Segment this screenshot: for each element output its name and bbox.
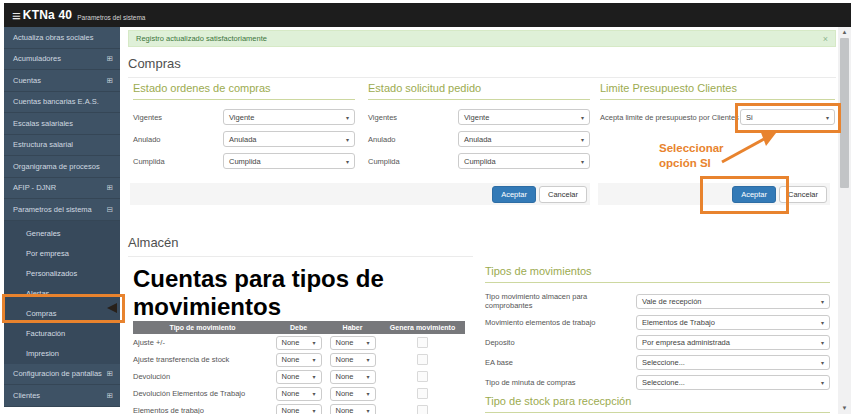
sidebar-item-label: Organigrama de procesos xyxy=(13,162,100,171)
select-value: Vigente xyxy=(229,113,254,122)
haber-select[interactable]: None▾ xyxy=(330,387,376,401)
chevron-down-icon: ▾ xyxy=(581,136,584,143)
cancelar-button[interactable]: Cancelar xyxy=(539,186,587,203)
sidebar-item-label: Estructura salarial xyxy=(13,140,73,149)
chevron-down-icon: ▾ xyxy=(312,339,315,346)
chevron-down-icon: ▾ xyxy=(821,359,824,366)
debe-select[interactable]: None▾ xyxy=(276,370,322,384)
movement-type-label: Ajuste +/- xyxy=(133,338,272,347)
scrollbar-thumb[interactable] xyxy=(840,38,849,188)
select-value: None xyxy=(336,338,354,347)
chevron-down-icon: ▾ xyxy=(366,356,369,363)
haber-select[interactable]: None▾ xyxy=(330,370,376,384)
table-row: Elementos de trabajo None▾ None▾ xyxy=(133,402,465,414)
chevron-down-icon: ▾ xyxy=(312,407,315,414)
chevron-down-icon: ▾ xyxy=(581,114,584,121)
field-label: Tipo movimiento almacen para comprobante… xyxy=(485,292,636,310)
expand-icon[interactable]: ⊞ xyxy=(107,76,113,85)
sidebar-item-clientes[interactable]: Clientes⊞ xyxy=(4,385,120,407)
chevron-down-icon: ▾ xyxy=(366,407,369,414)
expand-icon[interactable]: ⊞ xyxy=(107,369,113,378)
sidebar-item-label: Acumuladores xyxy=(13,54,61,63)
divider xyxy=(128,77,836,78)
expand-icon[interactable]: ⊞ xyxy=(107,391,113,400)
sidebar-item-facturacion[interactable]: Facturación xyxy=(4,324,120,344)
chevron-down-icon: ▾ xyxy=(312,373,315,380)
app-subtitle: Parametros del sistema xyxy=(77,14,145,21)
cumplida-select[interactable]: Cumplida▾ xyxy=(458,153,590,169)
ea-base-select[interactable]: Seleccione...▾ xyxy=(636,355,830,370)
table-row: Ajuste transferencia de stock None▾ None… xyxy=(133,351,465,368)
sidebar-item-generales[interactable]: Generales xyxy=(4,224,120,244)
aceptar-button[interactable]: Aceptar xyxy=(492,186,536,203)
expand-icon[interactable]: ⊞ xyxy=(107,183,113,192)
movement-type-label: Elementos de trabajo xyxy=(133,406,272,414)
debe-select[interactable]: None▾ xyxy=(276,404,322,414)
select-value: Elementos de Trabajo xyxy=(642,318,715,327)
hamburger-icon[interactable]: ≡ xyxy=(12,8,21,23)
field-label: Anulado xyxy=(368,135,458,144)
annotation-arrow xyxy=(712,124,784,170)
field-label: Tipo de minuta de compras xyxy=(485,378,636,387)
collapse-icon[interactable]: ⊟ xyxy=(107,205,113,214)
field-label: Deposito xyxy=(485,338,636,347)
genera-movimiento-checkbox[interactable] xyxy=(417,371,428,382)
deposito-select[interactable]: Por empresa administrada▾ xyxy=(636,335,830,350)
section-title: Cuentas para tipos de movimientos xyxy=(133,265,465,321)
haber-select[interactable]: None▾ xyxy=(330,353,376,367)
tipo-movimiento-comprobantes-select[interactable]: Vale de recepción▾ xyxy=(636,294,830,309)
select-value: None xyxy=(282,355,300,364)
sidebar-item-label: Cuentas xyxy=(13,76,41,85)
sidebar-item-cuentas[interactable]: Cuentas⊞ xyxy=(4,70,120,92)
sidebar-item-actualiza-obras-sociales[interactable]: Actualiza obras sociales xyxy=(4,27,120,49)
debe-select[interactable]: None▾ xyxy=(276,336,322,350)
sidebar-item-personalizados[interactable]: Personalizados xyxy=(4,264,120,284)
select-value: Anulada xyxy=(464,135,492,144)
sidebar-item-afip-djnr[interactable]: AFIP - DJNR⊞ xyxy=(4,178,120,200)
sidebar-item-impresion[interactable]: Impresion xyxy=(4,344,120,364)
expand-icon[interactable]: ⊞ xyxy=(107,54,113,63)
select-value: Anulada xyxy=(229,135,257,144)
anulado-select[interactable]: Anulada▾ xyxy=(458,131,590,147)
form-row: Tipo movimiento almacen para comprobante… xyxy=(485,292,830,310)
main-content: Registro actualizado satisfactoriamente … xyxy=(120,27,838,414)
sidebar-item-cuentas-bancarias[interactable]: Cuentas bancarias E.A.S. xyxy=(4,92,120,114)
genera-movimiento-checkbox[interactable] xyxy=(417,388,428,399)
haber-select[interactable]: None▾ xyxy=(330,336,376,350)
scroll-down-icon[interactable]: ▼ xyxy=(838,403,851,414)
vigentes-select[interactable]: Vigente▾ xyxy=(223,109,355,125)
chevron-down-icon: ▾ xyxy=(821,298,824,305)
scroll-up-icon[interactable]: ▲ xyxy=(838,27,851,38)
sidebar-item-configuracion-pantallas[interactable]: Configuracion de pantallas⊞ xyxy=(4,364,120,386)
debe-select[interactable]: None▾ xyxy=(276,387,322,401)
sidebar-item-escalas-salariales[interactable]: Escalas salariales xyxy=(4,113,120,135)
chevron-down-icon: ▾ xyxy=(581,158,584,165)
sidebar-item-por-empresa[interactable]: Por empresa xyxy=(4,244,120,264)
genera-movimiento-checkbox[interactable] xyxy=(417,337,428,348)
genera-movimiento-checkbox[interactable] xyxy=(417,405,428,414)
debe-select[interactable]: None▾ xyxy=(276,353,322,367)
select-value: None xyxy=(282,372,300,381)
haber-select[interactable]: None▾ xyxy=(330,404,376,414)
anulado-select[interactable]: Anulada▾ xyxy=(223,131,355,147)
close-icon[interactable]: × xyxy=(823,34,828,44)
movimiento-elementos-select[interactable]: Elementos de Trabajo▾ xyxy=(636,315,830,330)
success-alert: Registro actualizado satisfactoriamente … xyxy=(128,30,836,47)
chevron-down-icon: ▾ xyxy=(821,379,824,386)
select-value: Vigente xyxy=(464,113,489,122)
form-row: Anulado Anulada▾ xyxy=(133,131,355,147)
sidebar-item-organigrama[interactable]: Organigrama de procesos xyxy=(4,156,120,178)
tipo-minuta-select[interactable]: Seleccione...▾ xyxy=(636,375,830,390)
sidebar-item-estructura-salarial[interactable]: Estructura salarial xyxy=(4,135,120,157)
form-row: Cumplida Cumplida▾ xyxy=(133,153,355,169)
column-header: Debe xyxy=(272,324,325,331)
chevron-down-icon: ▾ xyxy=(821,339,824,346)
cumplida-select[interactable]: Cumplida▾ xyxy=(223,153,355,169)
sidebar-item-parametros-del-sistema[interactable]: Parametros del sistema⊟ xyxy=(4,199,120,221)
scrollbar[interactable]: ▲ ▼ xyxy=(838,27,851,414)
genera-movimiento-checkbox[interactable] xyxy=(417,354,428,365)
vigentes-select[interactable]: Vigente▾ xyxy=(458,109,590,125)
sidebar-item-label: AFIP - DJNR xyxy=(13,183,56,192)
sidebar-item-acumuladores[interactable]: Acumuladores⊞ xyxy=(4,49,120,71)
field-label: Vigentes xyxy=(368,113,458,122)
